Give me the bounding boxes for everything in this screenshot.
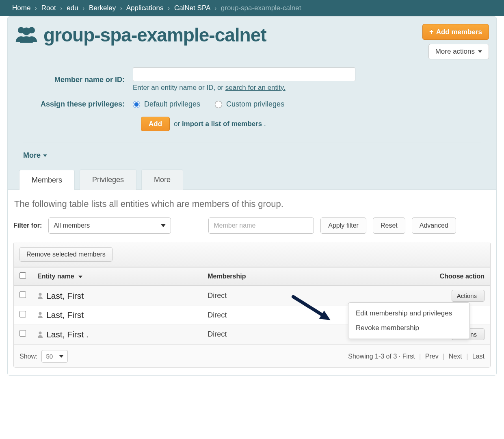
person-icon <box>37 331 43 338</box>
tab-members[interactable]: Members <box>19 170 75 190</box>
membership-value: Direct <box>202 286 337 306</box>
advanced-button[interactable]: Advanced <box>412 217 456 234</box>
tab-privileges[interactable]: Privileges <box>80 170 136 190</box>
person-icon <box>37 312 43 318</box>
chevron-right-icon: › <box>214 4 216 11</box>
row-checkbox[interactable] <box>19 330 26 337</box>
pager-first[interactable]: First <box>402 353 415 360</box>
entity-name[interactable]: Last, First <box>46 310 84 320</box>
tabs: Members Privileges More <box>15 170 489 190</box>
row-checkbox[interactable] <box>19 311 26 317</box>
default-privileges-input[interactable] <box>133 101 140 108</box>
breadcrumb-calnet-spa[interactable]: CalNet SPA <box>174 4 210 12</box>
custom-privileges-text: Custom privileges <box>226 100 284 109</box>
panel-description: The following table lists all entities w… <box>13 199 491 209</box>
pager-prev[interactable]: Prev <box>425 353 439 360</box>
chevron-right-icon: › <box>168 4 170 11</box>
or-text: or <box>174 120 182 128</box>
chevron-right-icon: › <box>120 4 122 11</box>
tab-more[interactable]: More <box>141 170 183 190</box>
entity-name[interactable]: Last, First <box>46 291 84 301</box>
chevron-down-icon <box>161 224 166 227</box>
member-name-label: Member name or ID: <box>15 76 133 84</box>
add-members-button[interactable]: + Add members <box>422 24 489 40</box>
plus-icon: + <box>429 28 434 36</box>
breadcrumb: Home › Root › edu › Berkeley › Applicati… <box>0 0 504 16</box>
actions-dropdown: Edit membership and privileges Revoke me… <box>348 302 470 339</box>
actions-button[interactable]: Actions <box>452 290 485 302</box>
remove-selected-button[interactable]: Remove selected members <box>19 247 112 262</box>
svg-point-4 <box>39 312 42 315</box>
more-toggle[interactable]: More <box>23 151 47 160</box>
actions-label: Actions <box>457 292 477 299</box>
membership-value: Direct <box>202 306 337 324</box>
breadcrumb-edu[interactable]: edu <box>67 4 78 12</box>
showing-text: Showing 1-3 of 3 <box>348 353 397 360</box>
filter-select[interactable]: All members <box>48 217 171 234</box>
filter-select-value: All members <box>54 222 90 229</box>
import-members-link[interactable]: import a list of members <box>182 120 262 128</box>
chevron-right-icon: › <box>35 4 37 11</box>
show-label: Show: <box>19 353 37 360</box>
select-all-checkbox[interactable] <box>19 272 26 279</box>
add-button[interactable]: Add <box>141 117 170 131</box>
member-name-input[interactable] <box>133 67 355 81</box>
pager-next[interactable]: Next <box>449 353 462 360</box>
chevron-down-icon <box>59 355 63 358</box>
member-hint: Enter an entity name or ID, or search fo… <box>133 84 489 92</box>
breadcrumb-applications[interactable]: Applications <box>126 4 164 12</box>
breadcrumb-root[interactable]: Root <box>41 4 56 12</box>
svg-point-2 <box>22 27 30 35</box>
breadcrumb-berkeley[interactable]: Berkeley <box>89 4 116 12</box>
privileges-label: Assign these privileges: <box>15 100 133 109</box>
chevron-down-icon <box>43 154 47 157</box>
col-membership: Membership <box>202 267 337 286</box>
member-hint-text: Enter an entity name or ID, or <box>133 84 225 91</box>
filter-for-label: Filter for: <box>13 222 42 229</box>
divider <box>23 143 481 143</box>
col-entity-label: Entity name <box>37 273 74 280</box>
col-choose-action: Choose action <box>337 267 490 286</box>
group-icon <box>15 24 38 46</box>
col-entity-name[interactable]: Entity name <box>32 267 202 286</box>
svg-point-5 <box>39 331 42 334</box>
add-members-label: Add members <box>436 28 482 36</box>
more-toggle-label: More <box>23 151 41 160</box>
default-privileges-text: Default privileges <box>144 100 200 109</box>
more-actions-button[interactable]: More actions <box>428 44 489 59</box>
chevron-right-icon: › <box>60 4 62 11</box>
breadcrumb-home[interactable]: Home <box>12 4 30 12</box>
member-name-filter-input[interactable] <box>208 217 314 234</box>
row-checkbox[interactable] <box>19 291 26 298</box>
dropdown-edit-membership[interactable]: Edit membership and privileges <box>348 306 469 321</box>
tab-more-label: More <box>154 176 171 184</box>
show-count-select[interactable]: 50 <box>41 350 68 363</box>
entity-name[interactable]: Last, First . <box>46 330 89 339</box>
dropdown-revoke-membership[interactable]: Revoke membership <box>348 321 469 335</box>
custom-privileges-input[interactable] <box>215 101 222 108</box>
pager: Showing 1-3 of 3 · First | Prev | Next |… <box>348 353 485 360</box>
person-icon <box>37 293 43 299</box>
membership-value: Direct <box>202 324 337 345</box>
import-alternative: or import a list of members . <box>174 120 266 128</box>
chevron-right-icon: › <box>82 4 84 11</box>
show-count-value: 50 <box>46 353 53 360</box>
breadcrumb-current: group-spa-example-calnet <box>221 4 301 12</box>
page-title: group-spa-example-calnet <box>43 24 266 46</box>
svg-point-3 <box>39 293 42 296</box>
period-text: . <box>262 120 266 128</box>
reset-button[interactable]: Reset <box>373 217 405 234</box>
apply-filter-button[interactable]: Apply filter <box>320 217 366 234</box>
default-privileges-radio[interactable]: Default privileges <box>133 100 200 109</box>
caret-down-icon <box>478 50 482 53</box>
sort-caret-icon <box>78 276 82 278</box>
search-entity-link[interactable]: search for an entity. <box>225 84 286 91</box>
more-actions-label: More actions <box>435 48 475 56</box>
custom-privileges-radio[interactable]: Custom privileges <box>215 100 284 109</box>
pager-last[interactable]: Last <box>472 353 485 360</box>
